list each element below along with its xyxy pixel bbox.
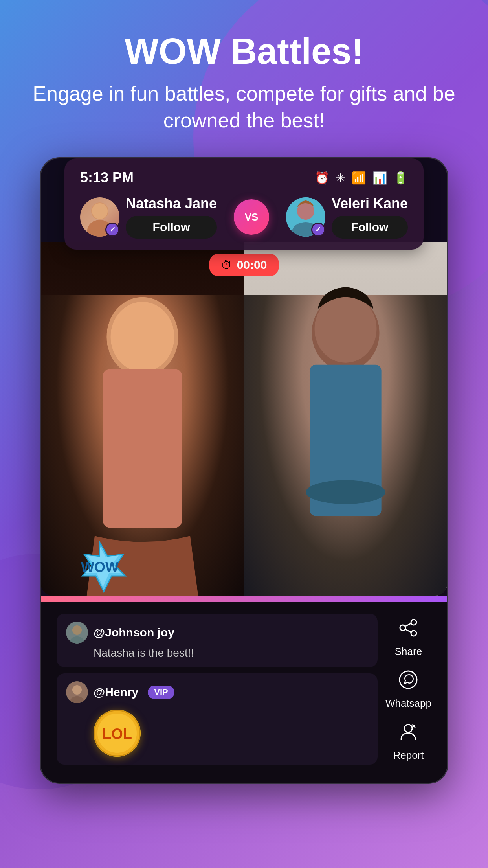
share-icon — [398, 618, 418, 642]
svg-point-27 — [411, 631, 416, 636]
status-bar: 5:13 PM ⏰ ✳ 📶 📊 🔋 — [80, 169, 408, 186]
chat-message-2: @Henry VIP LOL — [57, 673, 378, 765]
chat-user-row-2: @Henry VIP — [66, 681, 368, 703]
header-section: WOW Battles! Engage in fun battles, comp… — [0, 0, 488, 149]
wifi-icon: 📶 — [352, 171, 366, 185]
svg-point-17 — [72, 625, 82, 635]
page-title: WOW Battles! — [24, 31, 464, 71]
side-actions: Share Whatsapp — [385, 614, 431, 771]
timer-bar: ⏱ 00:00 — [209, 254, 279, 276]
status-card: 5:13 PM ⏰ ✳ 📶 📊 🔋 — [64, 158, 424, 250]
chat-user-row-1: @Johnson joy — [66, 622, 368, 644]
bluetooth-icon: ✳ — [336, 171, 345, 185]
participant-left: Natasha Jane Follow — [80, 195, 217, 239]
svg-point-12 — [306, 480, 385, 504]
lol-sticker: LOL — [94, 710, 141, 757]
chat-avatar-henry — [66, 681, 88, 703]
avatar-wrapper-right — [286, 197, 325, 237]
status-icons-group: ⏰ ✳ 📶 📊 🔋 — [315, 171, 408, 185]
person-right-svg — [244, 277, 447, 596]
vip-badge: VIP — [148, 686, 174, 699]
participant-name-right: Veleri Kane — [332, 195, 408, 212]
participant-info-left: Natasha Jane Follow — [126, 195, 217, 239]
phone-mockup: 5:13 PM ⏰ ✳ 📶 📊 🔋 — [40, 157, 448, 784]
chat-section: @Johnson joy Natasha is the best!! — [41, 602, 447, 783]
svg-point-31 — [404, 725, 412, 732]
svg-line-29 — [405, 629, 411, 632]
participant-right: Veleri Kane Follow — [286, 195, 408, 239]
video-battle-area: ⏱ 00:00 — [41, 242, 447, 596]
share-label: Share — [395, 645, 422, 658]
share-action[interactable]: Share — [395, 618, 422, 658]
chat-username-johnson: @Johnson joy — [94, 626, 174, 639]
participant-info-right: Veleri Kane Follow — [332, 195, 408, 239]
whatsapp-action[interactable]: Whatsapp — [385, 669, 431, 710]
svg-point-7 — [111, 302, 174, 372]
svg-point-25 — [411, 620, 416, 625]
participant-name-left: Natasha Jane — [126, 195, 217, 212]
svg-point-2 — [92, 203, 108, 219]
page-subtitle: Engage in fun battles, compete for gifts… — [24, 81, 464, 134]
phone-mockup-container: 5:13 PM ⏰ ✳ 📶 📊 🔋 — [28, 157, 460, 784]
report-label: Report — [393, 749, 424, 761]
video-right — [244, 242, 447, 596]
svg-text:LOL: LOL — [102, 726, 132, 742]
chat-messages: @Johnson joy Natasha is the best!! — [57, 614, 378, 771]
alarm-icon: ⏰ — [315, 171, 329, 185]
whatsapp-icon — [398, 669, 418, 694]
status-time: 5:13 PM — [80, 169, 134, 186]
svg-text:WOW: WOW — [81, 559, 119, 575]
vs-badge: VS — [234, 199, 269, 235]
follow-button-left[interactable]: Follow — [126, 216, 217, 239]
report-action[interactable]: Report — [393, 721, 424, 761]
svg-line-28 — [405, 623, 411, 626]
signal-icon: 📊 — [372, 171, 387, 185]
chat-text-1: Natasha is the best!! — [66, 647, 368, 659]
svg-point-30 — [400, 671, 417, 688]
verified-badge-right — [311, 223, 325, 237]
avatar-wrapper-left — [80, 197, 119, 237]
timer-display: 00:00 — [237, 258, 267, 272]
report-icon — [398, 721, 418, 746]
chat-message-1: @Johnson joy Natasha is the best!! — [57, 614, 378, 667]
follow-button-right[interactable]: Follow — [332, 216, 408, 239]
svg-point-26 — [400, 625, 405, 631]
svg-rect-8 — [103, 369, 182, 528]
timer-icon: ⏱ — [221, 259, 232, 272]
chat-avatar-johnson — [66, 622, 88, 644]
whatsapp-label: Whatsapp — [385, 697, 431, 710]
wow-sticker: WOW — [61, 541, 139, 596]
bottom-gradient-bar — [41, 596, 447, 602]
verified-badge-left — [105, 223, 119, 237]
battery-icon: 🔋 — [393, 171, 408, 185]
chat-username-henry: @Henry — [94, 686, 138, 699]
battle-row: Natasha Jane Follow VS — [80, 195, 408, 239]
svg-point-10 — [315, 295, 377, 363]
svg-point-20 — [72, 685, 82, 695]
